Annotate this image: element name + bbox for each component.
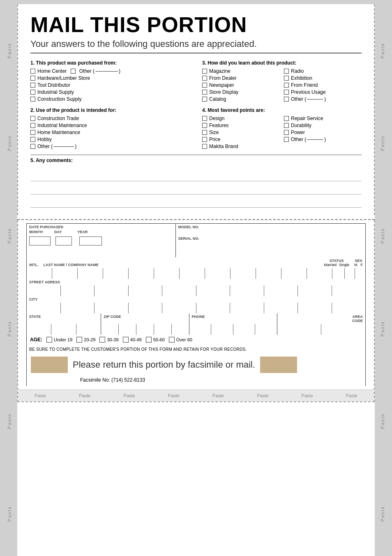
area-label-cell: AREA CODE <box>277 313 365 324</box>
street-box-9[interactable] <box>298 285 332 296</box>
city-box-7[interactable] <box>230 303 264 313</box>
age-cb-3039[interactable] <box>99 337 105 343</box>
name-box-11[interactable] <box>281 268 307 279</box>
state-box-3[interactable] <box>76 324 101 335</box>
state-label-cell: STATE <box>27 313 101 324</box>
q3-cb-exhibition[interactable] <box>284 76 289 81</box>
zip-box-3[interactable] <box>136 324 154 335</box>
day-box[interactable] <box>55 236 72 246</box>
q1-checkbox-4[interactable] <box>30 90 35 95</box>
city-box-6[interactable] <box>196 303 231 313</box>
name-box-4[interactable] <box>103 268 129 279</box>
age-cb-5060[interactable] <box>146 337 152 343</box>
zip-box-1[interactable] <box>101 324 119 335</box>
city-box-9[interactable] <box>298 303 332 313</box>
q2-column: 2. Use of the product is intended for: C… <box>30 107 190 151</box>
q4-cb-design[interactable] <box>202 116 207 121</box>
phone-box-2[interactable] <box>211 324 233 335</box>
name-box-7[interactable] <box>180 268 205 279</box>
street-box-3[interactable] <box>95 285 129 296</box>
name-box-2[interactable] <box>52 268 78 279</box>
street-box-1[interactable] <box>27 285 61 296</box>
name-box-f[interactable] <box>355 268 365 279</box>
q3-cb-catalog[interactable] <box>202 97 207 102</box>
q4-cb-price[interactable] <box>202 137 207 142</box>
q1-other-checkbox[interactable] <box>71 69 76 74</box>
month-box[interactable] <box>29 236 51 246</box>
age-cb-4049[interactable] <box>123 337 129 343</box>
street-box-6[interactable] <box>196 285 231 296</box>
q2-cb-other[interactable] <box>30 144 35 149</box>
tan-block-right <box>260 357 297 373</box>
phone-box-4[interactable] <box>255 324 277 335</box>
q4-cb-repair[interactable] <box>284 116 289 121</box>
name-box-3[interactable] <box>78 268 103 279</box>
name-box-10[interactable] <box>256 268 281 279</box>
street-box-10[interactable] <box>332 285 366 296</box>
street-box-2[interactable] <box>61 285 95 296</box>
phone-box-1[interactable] <box>189 324 212 335</box>
zip-box-4[interactable] <box>154 324 172 335</box>
name-box-12[interactable] <box>307 268 332 279</box>
q1-checkbox-5[interactable] <box>30 97 35 102</box>
phone-box-3[interactable] <box>233 324 256 335</box>
q3-cb-dealer[interactable] <box>202 76 207 81</box>
name-box-8[interactable] <box>205 268 231 279</box>
name-box-9[interactable] <box>231 268 256 279</box>
street-box-7[interactable] <box>230 285 264 296</box>
q2-q4-section: 2. Use of the product is intended for: C… <box>30 107 362 151</box>
city-box-1[interactable] <box>27 303 61 313</box>
age-cb-over60[interactable] <box>169 337 175 343</box>
q4-cb-other[interactable] <box>284 137 289 142</box>
q2-cb-2[interactable] <box>30 123 35 128</box>
q1-checkbox-2[interactable] <box>30 76 35 81</box>
state-box-1[interactable] <box>27 324 51 335</box>
q3-cb-other[interactable] <box>284 97 289 102</box>
q4-cb-size[interactable] <box>202 130 207 135</box>
q4-size: Size <box>202 130 280 135</box>
state-box-2[interactable] <box>51 324 76 335</box>
name-box-m[interactable] <box>345 268 355 279</box>
bottom-portion: DATE PURCHASED MONTH DAY YEAR <box>17 220 375 402</box>
area-box-2[interactable] <box>321 324 365 335</box>
q1-checkbox-3[interactable] <box>30 83 35 88</box>
q4-cb-makita[interactable] <box>202 144 207 149</box>
q2-cb-3[interactable] <box>30 130 35 135</box>
date-sub-labels: MONTH DAY YEAR <box>29 230 173 234</box>
street-box-5[interactable] <box>162 285 196 296</box>
zip-box-5[interactable] <box>172 324 189 335</box>
city-box-5[interactable] <box>162 303 196 313</box>
q3-cb-newspaper[interactable] <box>202 83 207 88</box>
q3-cb-magazine[interactable] <box>202 69 207 74</box>
q3-cb-radio[interactable] <box>284 69 289 74</box>
name-box-status[interactable] <box>332 268 345 279</box>
day-sub: DAY <box>54 230 62 234</box>
area-box-1[interactable] <box>277 324 322 335</box>
name-box-6[interactable] <box>154 268 180 279</box>
q2-cb-4[interactable] <box>30 137 35 142</box>
name-box-1[interactable] <box>27 268 52 279</box>
street-box-8[interactable] <box>264 285 298 296</box>
zip-box-2[interactable] <box>119 324 136 335</box>
city-box-10[interactable] <box>332 303 366 313</box>
street-box-4[interactable] <box>129 285 163 296</box>
age-cb-under19[interactable] <box>46 337 52 343</box>
city-box-3[interactable] <box>95 303 129 313</box>
q4-cb-features[interactable] <box>202 123 207 128</box>
city-box-4[interactable] <box>129 303 163 313</box>
left-paste-3: Paste <box>7 228 12 243</box>
bottom-notice: BE SURE TO COMPLETE THE CUSTOMER'S PORTI… <box>26 345 366 354</box>
city-box-2[interactable] <box>61 303 95 313</box>
q3-cb-prev[interactable] <box>284 90 289 95</box>
right-paste-5: Paste <box>380 413 385 429</box>
q1-checkbox-1[interactable] <box>30 69 35 74</box>
age-cb-2029[interactable] <box>76 337 82 343</box>
year-box[interactable] <box>79 236 102 246</box>
q4-cb-durability[interactable] <box>284 123 289 128</box>
q2-cb-1[interactable] <box>30 116 35 121</box>
city-box-8[interactable] <box>264 303 298 313</box>
q3-cb-store[interactable] <box>202 90 207 95</box>
q4-cb-power[interactable] <box>284 130 289 135</box>
name-box-5[interactable] <box>129 268 154 279</box>
q3-cb-friend[interactable] <box>284 83 289 88</box>
